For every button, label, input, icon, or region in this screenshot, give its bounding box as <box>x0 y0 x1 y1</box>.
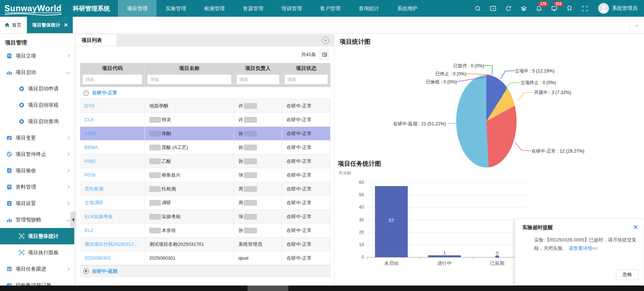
sidebar-item-project-settings[interactable]: 项目设置 <box>0 195 74 212</box>
column-settings-button[interactable] <box>320 50 329 59</box>
nav-item-project-management[interactable]: 项目管理 <box>118 0 157 17</box>
ignore-button[interactable]: 忽略 <box>616 269 639 280</box>
chevron-right-icon <box>66 153 70 156</box>
expand-plus-icon[interactable] <box>83 268 89 274</box>
redacted-text <box>244 228 257 233</box>
bar-value-label: 1 <box>428 250 461 256</box>
table-row[interactable]: BEMA 度酸 (A工艺) 孙 在研中-正常 <box>80 141 331 154</box>
group-header-in-progress-normal[interactable]: 在研中-正常 <box>80 87 331 99</box>
sidebar-item-project-initiation[interactable]: 项目立项 <box>0 48 74 64</box>
redacted-text <box>149 228 161 233</box>
nav-item-training-management[interactable]: 培训管理 <box>272 0 311 17</box>
sidebar-item-project-change[interactable]: 项目变更 <box>0 130 74 146</box>
tab-project-overall-statistics[interactable]: 项目整体统计 <box>27 17 73 33</box>
tab-project-list[interactable]: 项目列表 <box>76 35 116 46</box>
brand-logo[interactable]: SunwayWorld <box>4 4 63 13</box>
project-settings-icon <box>7 201 12 206</box>
current-user-name[interactable]: 系统管理员 <box>612 5 637 12</box>
sidebar-item-project-acceptance[interactable]: 项目验收 <box>0 162 74 179</box>
search-input-owner[interactable] <box>237 75 279 84</box>
column-header-code[interactable]: 项目代码 <box>80 63 145 74</box>
guide-panel-icon[interactable] <box>489 5 497 12</box>
monitor-messages-icon[interactable]: 110 <box>550 5 558 12</box>
search-input-name[interactable] <box>147 75 231 84</box>
bottom-taskbar <box>0 286 644 291</box>
table-row[interactable]: F078 格鲁肽片 张 在研中-正常 <box>80 168 331 182</box>
sidebar-item-project-overall-statistics[interactable]: 项目整体统计 <box>0 228 74 244</box>
table-row[interactable]: CLA 特龙 许 在研中-正常 <box>80 113 331 127</box>
page-tab-strip: 首页 项目整体统计 <box>0 17 644 34</box>
redacted-text <box>149 145 161 150</box>
panel-collapse-icon[interactable] <box>322 37 329 44</box>
omega-icon[interactable]: Ω <box>566 5 573 12</box>
table-row-selected[interactable]: AR05 体酮 孙 在研中-正常 <box>80 127 331 141</box>
x-axis-label: 已延期 <box>481 260 514 267</box>
table-row[interactable]: ELN实操考核 实操考核 张 在研中-正常 <box>80 210 331 224</box>
fullscreen-icon[interactable] <box>581 5 588 12</box>
tab-close-icon[interactable] <box>64 23 68 27</box>
table-row[interactable]: DYG 地屈孕酮 许 在研中-正常 <box>80 99 331 113</box>
bar-delayed[interactable] <box>495 255 499 258</box>
table-row[interactable]: 立项调研 调研 周 在研中-正常 <box>80 196 331 210</box>
search-input-status[interactable] <box>285 75 328 84</box>
table-row[interactable]: 2025060301 2025060301 qiuxt 在研中-正常 <box>80 251 331 265</box>
chevron-down-icon <box>66 71 70 74</box>
refresh-icon[interactable] <box>505 5 512 12</box>
search-input-code[interactable] <box>83 75 142 84</box>
column-header-status[interactable]: 项目状态 <box>282 63 331 74</box>
table-row[interactable]: F082 乙酸 孙 在研中-正常 <box>80 154 331 168</box>
sidebar-item-document-management[interactable]: 资料管理 <box>0 179 74 195</box>
sidebar-item-project-start[interactable]: 项目启动 <box>0 64 74 80</box>
nav-item-query-statistics[interactable]: 查询统计 <box>349 0 388 17</box>
scrollbar-thumb[interactable] <box>248 286 288 291</box>
nav-item-testing-management[interactable]: 检测管理 <box>195 0 234 17</box>
tab-active-label: 项目整体统计 <box>32 22 60 28</box>
column-header-owner[interactable]: 项目负责人 <box>234 63 282 74</box>
redacted-text <box>244 145 257 150</box>
x-axis-line <box>367 257 527 257</box>
user-avatar[interactable] <box>598 3 609 14</box>
table-row[interactable]: 测试项目代码20250317... 测试项目名称2025031701 系统管理员… <box>80 237 331 251</box>
redacted-text <box>244 172 257 178</box>
sidebar-collapse-handle[interactable] <box>70 212 76 228</box>
topbar-icon-group: 176 110 Ω 系统管理员 <box>470 3 639 14</box>
sidebar-item-project-execution-panel[interactable]: 项目执行面板 <box>0 244 74 261</box>
chevron-down-icon <box>66 218 70 222</box>
sidebar-item-project-suspend-terminate[interactable]: 项目暂停终止 <box>0 146 74 162</box>
redacted-text <box>244 186 257 192</box>
table-row[interactable]: 受托检测 托检测 周 在研中-正常 <box>80 182 331 196</box>
pie-label: 在研中-正常 : 12 (29.27%) <box>532 148 584 154</box>
nav-item-system-maintenance[interactable]: 系统维护 <box>388 0 427 17</box>
sidebar-item-start-query[interactable]: 项目启动查询 <box>0 113 74 130</box>
nav-item-resource-management[interactable]: 资源管理 <box>234 0 272 17</box>
search-icon[interactable] <box>474 5 481 12</box>
tab-home[interactable]: 首页 <box>0 17 27 33</box>
tab-options-chevron-icon[interactable] <box>635 23 639 27</box>
chevron-right-icon <box>66 54 70 58</box>
monitor-badge: 110 <box>554 1 563 7</box>
project-change-icon <box>7 135 12 141</box>
nav-item-customer-management[interactable]: 客户管理 <box>311 0 349 17</box>
layers-icon[interactable] <box>520 5 527 12</box>
view-details-link[interactable]: 请查看详情<< <box>569 245 598 251</box>
sidebar-item-management-cockpit[interactable]: 管理驾驶舱 <box>0 212 74 228</box>
pie-label: 已验收 : 0 (0%) <box>402 79 457 85</box>
table-filter-row <box>80 74 331 87</box>
sidebar-item-project-task-tracking[interactable]: 项目任务跟进 <box>0 261 74 277</box>
start-apply-icon <box>19 86 24 91</box>
redacted-text <box>149 131 161 137</box>
sidebar-title: 项目管理 <box>0 34 74 48</box>
sidebar-item-start-apply[interactable]: 项目启动申请 <box>0 80 74 97</box>
redacted-text <box>149 158 161 164</box>
table-row[interactable]: ELZ 木奈坦 孙 在研中-正常 <box>80 224 331 237</box>
column-header-name[interactable]: 项目名称 <box>145 63 234 74</box>
nav-item-experiment-management[interactable]: 实验管理 <box>157 0 195 17</box>
collapse-minus-icon[interactable] <box>83 90 89 96</box>
bar-chart-title: 项目任务统计图 <box>338 160 381 168</box>
group-header-in-progress-delayed[interactable]: 在研中-延期 <box>80 265 331 277</box>
notifications-bell-icon[interactable]: 176 <box>535 5 542 12</box>
redacted-text <box>244 131 257 137</box>
sidebar-item-start-review[interactable]: 项目启动审核 <box>0 97 74 113</box>
tabstrip-divider <box>629 22 630 28</box>
popup-close-icon[interactable] <box>633 225 638 229</box>
